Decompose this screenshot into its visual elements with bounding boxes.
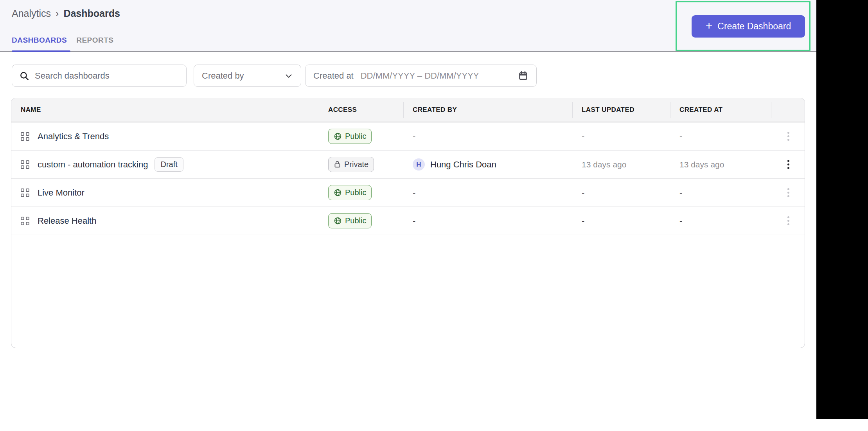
created-at-filter[interactable]: Created at DD/MM/YYYY – DD/MM/YYYY — [305, 65, 537, 87]
created-at-cell: 13 days ago — [670, 160, 771, 169]
breadcrumb-parent[interactable]: Analytics — [12, 8, 51, 19]
breadcrumb: Analytics › Dashboards — [12, 8, 120, 19]
access-cell: Public — [319, 129, 403, 144]
column-header-access: ACCESS — [319, 98, 403, 122]
grid-icon-square — [21, 160, 24, 164]
grid-icon-square — [21, 222, 24, 225]
kebab-dot — [787, 139, 789, 141]
search-dashboards-box — [12, 65, 187, 87]
kebab-dot — [787, 167, 789, 169]
grid-icon-square — [26, 165, 29, 169]
column-separator — [319, 102, 319, 118]
search-icon — [19, 71, 29, 81]
row-menu-button[interactable] — [771, 188, 805, 197]
kebab-dot — [787, 163, 789, 165]
column-header-last-updated: LAST UPDATED — [572, 98, 670, 122]
table-row[interactable]: custom - automation trackingDraftPrivate… — [11, 151, 805, 179]
dashboard-name: Analytics & Trends — [38, 131, 109, 142]
grid-icon-square — [21, 165, 24, 169]
active-tab-underline — [12, 50, 70, 52]
grid-icon-square — [21, 217, 24, 220]
name-cell: Analytics & Trends — [11, 131, 319, 142]
tab-reports[interactable]: REPORTS — [76, 36, 113, 45]
name-cell: Live Monitor — [11, 188, 319, 198]
access-badge: Public — [328, 185, 372, 200]
created-by-cell: - — [403, 188, 572, 198]
dashboard-name: Release Health — [38, 216, 96, 226]
table-header: NAMEACCESSCREATED BYLAST UPDATEDCREATED … — [11, 98, 805, 122]
table-body: Analytics & TrendsPublic---custom - auto… — [11, 122, 805, 235]
tab-bar: DASHBOARDS REPORTS — [12, 36, 114, 45]
row-menu-button[interactable] — [771, 132, 805, 141]
table-row[interactable]: Release HealthPublic--- — [11, 207, 805, 235]
search-input[interactable] — [35, 71, 180, 81]
access-badge: Private — [328, 157, 374, 172]
grid-icon-square — [21, 194, 24, 197]
grid-icon-square — [26, 217, 29, 220]
last-updated-value: 13 days ago — [582, 160, 626, 169]
column-separator — [572, 102, 573, 118]
kebab-dot — [787, 135, 789, 137]
kebab-dot — [787, 216, 789, 218]
tab-dashboards[interactable]: DASHBOARDS — [12, 36, 67, 45]
grid-icon-square — [26, 189, 29, 192]
dashboard-grid-icon — [21, 132, 29, 141]
column-separator — [403, 102, 404, 118]
created-at-value: - — [679, 216, 682, 226]
created-by-cell: - — [403, 216, 572, 226]
actions-cell — [771, 216, 805, 225]
actions-cell — [771, 132, 805, 141]
grid-icon-square — [26, 132, 29, 136]
actions-cell — [771, 188, 805, 197]
last-updated-value: - — [582, 188, 584, 198]
create-dashboard-button[interactable]: + Create Dashboard — [692, 15, 805, 38]
table-row[interactable]: Analytics & TrendsPublic--- — [11, 122, 805, 151]
created-at-filter-label: Created at — [313, 71, 354, 81]
column-header-label: ACCESS — [328, 106, 357, 114]
access-badge: Public — [328, 129, 372, 144]
globe-icon — [334, 217, 342, 225]
grid-icon-square — [21, 189, 24, 192]
access-badge: Public — [328, 213, 372, 228]
created-by-cell: HHung Chris Doan — [403, 158, 572, 171]
grid-icon-square — [26, 160, 29, 164]
row-menu-button[interactable] — [771, 160, 805, 169]
column-header-name: NAME — [11, 98, 319, 122]
created-by-empty: - — [413, 216, 415, 226]
dashboard-name: Live Monitor — [38, 188, 84, 198]
chevron-down-icon — [284, 72, 293, 80]
access-badge-label: Public — [345, 132, 366, 141]
breadcrumb-separator: › — [56, 8, 59, 19]
created-by-cell: - — [403, 131, 572, 142]
black-region — [816, 0, 868, 419]
analytics-dashboards-page: Analytics › Dashboards DASHBOARDS REPORT… — [0, 0, 868, 431]
dashboard-grid-icon — [21, 160, 29, 169]
column-header-created-at: CREATED AT — [670, 98, 771, 122]
last-updated-cell: - — [572, 131, 670, 142]
grid-icon-square — [26, 222, 29, 225]
access-cell: Public — [319, 213, 403, 228]
globe-icon — [334, 189, 342, 197]
table-row[interactable]: Live MonitorPublic--- — [11, 179, 805, 207]
last-updated-value: - — [582, 131, 584, 142]
created-at-cell: - — [670, 216, 771, 226]
grid-icon-square — [26, 194, 29, 197]
draft-badge: Draft — [155, 157, 183, 172]
lock-icon — [334, 160, 341, 169]
row-menu-button[interactable] — [771, 216, 805, 225]
kebab-icon — [787, 132, 789, 141]
created-by-empty: - — [413, 131, 415, 142]
kebab-dot — [787, 195, 789, 197]
created-at-value: - — [679, 188, 682, 198]
name-cell: Release Health — [11, 216, 319, 226]
avatar: H — [413, 158, 425, 171]
access-cell: Public — [319, 185, 403, 200]
date-range-placeholder: DD/MM/YYYY – DD/MM/YYYY — [361, 71, 479, 81]
globe-icon — [334, 132, 342, 140]
last-updated-cell: - — [572, 216, 670, 226]
column-header-label: NAME — [21, 106, 41, 114]
access-badge-label: Public — [345, 216, 366, 225]
kebab-dot — [787, 223, 789, 225]
created-by-filter[interactable]: Created by — [194, 65, 301, 87]
access-cell: Private — [319, 157, 403, 172]
